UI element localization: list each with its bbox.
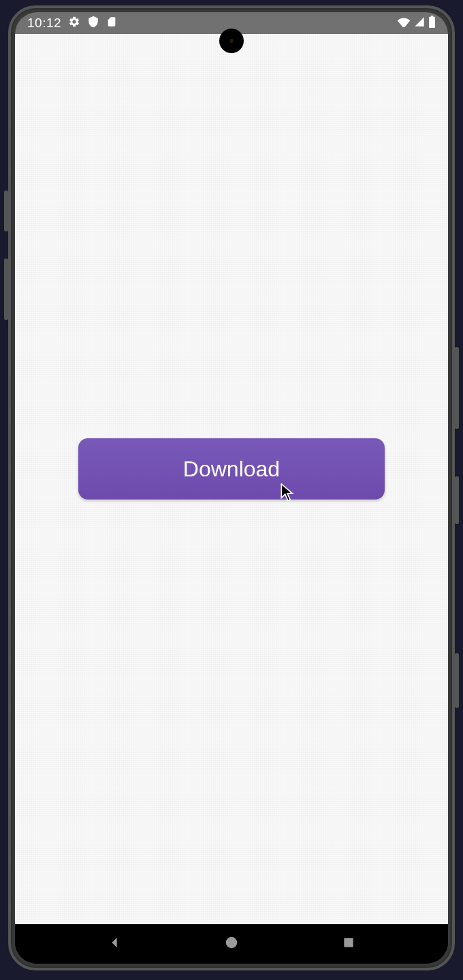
app-content: Download <box>15 34 448 924</box>
status-time: 10:12 <box>27 16 61 31</box>
nav-home-button[interactable] <box>211 930 252 958</box>
camera-notch <box>219 29 244 53</box>
home-icon <box>224 935 239 953</box>
nav-back-button[interactable] <box>94 930 135 958</box>
status-right <box>397 16 436 31</box>
wifi-icon <box>397 16 411 31</box>
phone-screen: 10:12 <box>15 12 448 964</box>
side-button-2 <box>455 653 459 708</box>
navigation-bar <box>15 924 448 964</box>
svg-point-0 <box>226 937 238 949</box>
shield-icon <box>87 16 99 31</box>
status-left: 10:12 <box>27 16 117 31</box>
nav-recent-button[interactable] <box>328 930 369 958</box>
gear-icon <box>68 16 80 31</box>
svg-rect-1 <box>344 938 353 947</box>
side-button <box>455 476 459 524</box>
back-icon <box>107 935 122 953</box>
battery-icon <box>428 16 436 31</box>
download-button[interactable]: Download <box>78 438 385 500</box>
recent-icon <box>342 936 355 952</box>
phone-frame: 10:12 <box>8 5 455 970</box>
power-button <box>455 347 459 429</box>
sdcard-icon <box>106 16 117 31</box>
signal-icon <box>413 16 426 31</box>
